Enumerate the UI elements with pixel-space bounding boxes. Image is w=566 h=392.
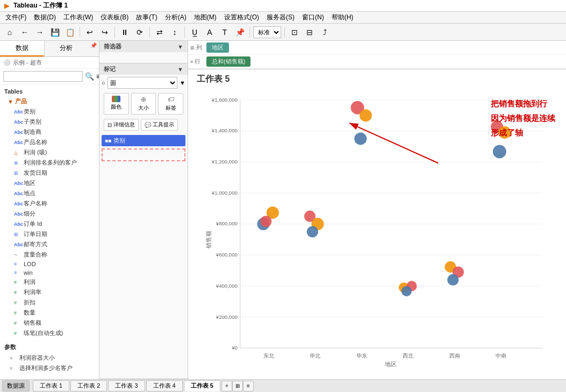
svg-text:华北: 华北 <box>310 353 320 359</box>
marks-dropdown-btn[interactable]: ▼ <box>180 80 185 86</box>
size-btn[interactable]: ⊕ 大小 <box>131 93 156 115</box>
fit-selector[interactable]: 标准 <box>253 26 281 38</box>
new-sheet-btn[interactable]: + <box>221 381 232 391</box>
field-subcategory[interactable]: Abc子类别 <box>4 117 99 127</box>
menu-worksheet[interactable]: 工作表(W) <box>60 12 96 23</box>
toolbar-undo[interactable]: ↩ <box>83 26 96 39</box>
toolbar-underline[interactable]: U̲ <box>188 26 201 39</box>
toolbar-redo[interactable]: ↪ <box>98 26 111 39</box>
size-icon: ⊕ <box>141 96 146 103</box>
menu-analysis[interactable]: 分析(A) <box>162 12 190 23</box>
param-2[interactable]: ≡选择利润多少名客户 <box>0 363 99 373</box>
svg-point-30 <box>260 216 271 227</box>
menu-server[interactable]: 服务器(S) <box>263 12 298 23</box>
menu-help[interactable]: 帮助(H) <box>328 12 357 23</box>
field-category[interactable]: Abc类别 <box>4 106 99 117</box>
filters-expand[interactable]: ▼ <box>177 44 183 50</box>
measure-icon: △ <box>14 150 22 155</box>
empty-drop-zone[interactable] <box>102 148 185 161</box>
toolbar-pin[interactable]: 📌 <box>233 26 246 39</box>
menu-file[interactable]: 文件(F) <box>2 12 30 23</box>
menu-data[interactable]: 数据(D) <box>31 12 59 23</box>
field-sales[interactable]: #销售额 <box>4 318 99 328</box>
svg-text:¥0: ¥0 <box>231 345 238 351</box>
field-profit2[interactable]: #利润 <box>4 277 99 287</box>
toolbar-forward[interactable]: → <box>33 26 46 39</box>
toolbar-sep-2 <box>114 27 115 38</box>
marks-type-select[interactable]: 圆 <box>108 77 177 89</box>
label-btn[interactable]: 🏷 标签 <box>158 93 183 115</box>
row-pill[interactable]: 总和(销售额) <box>206 56 250 67</box>
left-content: Tables ▼ 产品 Abc类别 Abc子类别 Abc制造商 Abc产品名称 … <box>0 84 99 379</box>
color-btn[interactable]: 颜色 <box>104 93 129 115</box>
toolbar-sort[interactable]: ↕ <box>168 26 181 39</box>
toolbar-save[interactable]: 💾 <box>48 26 61 39</box>
tab-data[interactable]: 数据 <box>0 41 44 56</box>
field-manufacturer[interactable]: Abc制造商 <box>4 127 99 137</box>
field-auto[interactable]: #练笔(自动生成) <box>4 328 99 338</box>
field-location[interactable]: Abc地点 <box>4 188 99 198</box>
col-icon: ⊞ <box>190 45 195 51</box>
field-orderid[interactable]: Abc订单 Id <box>4 219 99 229</box>
toolbar-swap[interactable]: ⇄ <box>153 26 166 39</box>
datasource-tab[interactable]: 数据源 <box>2 380 30 391</box>
field-segment[interactable]: Abc细分 <box>4 209 99 219</box>
svg-text:¥600,000: ¥600,000 <box>216 252 238 258</box>
toolbar-screen[interactable]: ⊟ <box>303 26 316 39</box>
field-quantity[interactable]: #数量 <box>4 308 99 318</box>
field-profitrank[interactable]: ⊕利润排名多列的客户 <box>4 158 99 168</box>
new-story-btn[interactable]: ≡ <box>243 381 254 391</box>
search-sort-btn[interactable]: ≡ <box>96 72 99 81</box>
field-profit[interactable]: △利润 (吸) <box>4 147 99 158</box>
field-orderdate[interactable]: ⊞订单日期 <box>4 229 99 239</box>
tooltip-btn[interactable]: 💬 工具提示 <box>141 119 178 131</box>
product-group[interactable]: ▼ 产品 <box>4 96 99 106</box>
field-discount[interactable]: #折扣 <box>4 297 99 308</box>
toolbar-pause[interactable]: ⏸ <box>118 26 131 39</box>
sheet-tab-3[interactable]: 工作表 3 <box>108 380 145 391</box>
svg-text:西南: 西南 <box>449 353 460 359</box>
menu-dashboard[interactable]: 仪表板(B) <box>97 12 132 23</box>
marks-expand[interactable]: ▼ <box>177 66 183 73</box>
field-lod[interactable]: ≡LOD <box>4 260 99 268</box>
toolbar-label-t[interactable]: T <box>218 26 231 39</box>
set-icon: ⊕ <box>14 160 22 166</box>
field-shipmode[interactable]: Abc邮寄方式 <box>4 239 99 250</box>
category-badge[interactable]: ■■ 类别 <box>102 135 185 146</box>
field-shipdate[interactable]: ⊞发货日期 <box>4 168 99 178</box>
toolbar-duplicate[interactable]: 📋 <box>63 26 76 39</box>
field-customer[interactable]: Abc客户名称 <box>4 198 99 209</box>
col-label: ⊞ 列 <box>190 44 206 52</box>
toolbar-share[interactable]: ⤴ <box>318 26 331 39</box>
toolbar-color-b[interactable]: A <box>203 26 216 39</box>
field-productname[interactable]: Abc产品名称 <box>4 137 99 147</box>
tab-analysis[interactable]: 分析 <box>45 41 89 56</box>
svg-point-39 <box>402 286 412 296</box>
sheet-tab-5[interactable]: 工作表 5 <box>184 380 220 391</box>
sheet-tab-2[interactable]: 工作表 2 <box>70 380 107 391</box>
sheet-tab-1[interactable]: 工作表 1 <box>33 380 69 391</box>
menu-format[interactable]: 设置格式(O) <box>221 12 262 23</box>
field-measure-name[interactable]: ~度量合称 <box>4 250 99 260</box>
toolbar-fix[interactable]: ⊡ <box>288 26 301 39</box>
toolbar-refresh[interactable]: ⟳ <box>133 26 146 39</box>
col-pill[interactable]: 地区 <box>206 42 229 53</box>
toolbar-back[interactable]: ← <box>18 26 31 39</box>
menu-story[interactable]: 故事(T) <box>133 12 160 23</box>
sheet-tab-4[interactable]: 工作表 4 <box>146 380 183 391</box>
panel-pin[interactable]: 📌 <box>88 41 99 56</box>
search-input[interactable] <box>3 71 83 82</box>
menu-window[interactable]: 窗口(N) <box>299 12 327 23</box>
menu-map[interactable]: 地图(M) <box>191 12 220 23</box>
new-dashboard-btn[interactable]: ⊞ <box>232 381 243 391</box>
toolbar-home[interactable]: ⌂ <box>3 26 16 39</box>
svg-text:¥1,600,000: ¥1,600,000 <box>211 97 238 103</box>
param-1[interactable]: ≡利润容器大小 <box>0 353 99 363</box>
main-layout: 数据 分析 📌 ⚪ 示例 - 超市 🔍 ≡ Tables ▼ 产品 Abc类别 <box>0 41 566 379</box>
field-win[interactable]: ≡win <box>4 268 99 277</box>
field-profitrate[interactable]: #利润率 <box>4 287 99 297</box>
detail-btn[interactable]: ⊡ 详细信息 <box>104 119 139 131</box>
color-swatch <box>112 96 120 102</box>
field-region[interactable]: Abc地区 <box>4 178 99 188</box>
search-btn[interactable]: 🔍 <box>84 72 94 81</box>
